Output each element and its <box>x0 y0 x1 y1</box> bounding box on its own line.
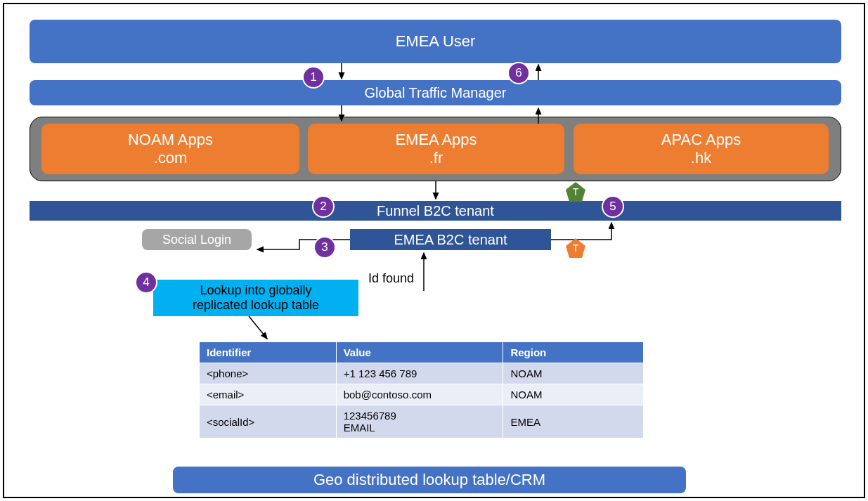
id-found-label: Id found <box>368 271 414 286</box>
emea-apps-box: EMEA Apps .fr <box>308 124 564 174</box>
lookup-box-l1: Lookup into globally <box>200 283 311 298</box>
emea-apps-l2: .fr <box>429 149 443 167</box>
gtm-bar: Global Traffic Manager <box>30 80 841 105</box>
th-value: Value <box>336 342 503 363</box>
apac-apps-l2: .hk <box>691 149 711 167</box>
geo-bar: Geo distributed lookup table/CRM <box>173 467 686 493</box>
emea-tenant-box: EMEA B2C tenant <box>350 229 551 250</box>
social-login-label: Social Login <box>162 233 231 247</box>
td-identifier: <socialId> <box>200 405 337 438</box>
td-value: +1 123 456 789 <box>336 363 503 384</box>
td-identifier: <phone> <box>200 363 337 384</box>
noam-apps-box: NOAM Apps .com <box>41 124 299 174</box>
lookup-box: Lookup into globally replicated lookup t… <box>153 280 358 316</box>
token-orange-label: T <box>573 242 579 254</box>
funnel-tenant-label: Funnel B2C tenant <box>377 203 494 219</box>
geo-bar-label: Geo distributed lookup table/CRM <box>313 471 545 489</box>
step-6-badge: 6 <box>507 62 530 84</box>
token-pentagon-orange: T <box>565 238 586 259</box>
emea-user-bar: EMEA User <box>30 20 841 63</box>
lookup-box-l2: replicated lookup table <box>193 298 319 313</box>
emea-user-label: EMEA User <box>396 32 476 51</box>
step-2-badge: 2 <box>312 195 335 218</box>
table-row: <phone> +1 123 456 789 NOAM <box>200 363 644 384</box>
social-login-box: Social Login <box>142 229 252 250</box>
td-region: EMEA <box>503 405 644 438</box>
lookup-table: Identifier Value Region <phone> +1 123 4… <box>199 341 644 438</box>
step-5-badge: 5 <box>602 195 624 218</box>
emea-apps-l1: EMEA Apps <box>395 131 477 149</box>
apac-apps-l1: APAC Apps <box>661 131 741 149</box>
emea-tenant-label: EMEA B2C tenant <box>394 232 507 248</box>
token-green-label: T <box>573 186 579 197</box>
th-region: Region <box>503 342 644 363</box>
step-3-badge: 3 <box>313 236 336 259</box>
td-region: NOAM <box>503 384 644 405</box>
td-region: NOAM <box>503 363 644 384</box>
step-1-badge: 1 <box>302 66 325 89</box>
table-header-row: Identifier Value Region <box>200 342 644 363</box>
td-value: 123456789 EMAIL <box>336 405 503 438</box>
apac-apps-box: APAC Apps .hk <box>574 124 829 174</box>
table-row: <socialId> 123456789 EMAIL EMEA <box>200 405 644 438</box>
funnel-tenant-bar: Funnel B2C tenant <box>30 201 841 221</box>
svg-line-8 <box>249 316 267 339</box>
noam-apps-l1: NOAM Apps <box>128 131 213 149</box>
noam-apps-l2: .com <box>154 149 188 167</box>
table-row: <email> bob@contoso.com NOAM <box>200 384 644 405</box>
th-identifier: Identifier <box>200 342 337 363</box>
token-pentagon-green: T <box>565 181 586 202</box>
step-4-badge: 4 <box>135 271 157 294</box>
diagram-frame: EMEA User Global Traffic Manager NOAM Ap… <box>3 3 865 498</box>
td-identifier: <email> <box>200 384 337 405</box>
gtm-label: Global Traffic Manager <box>365 85 507 101</box>
td-value: bob@contoso.com <box>336 384 503 405</box>
